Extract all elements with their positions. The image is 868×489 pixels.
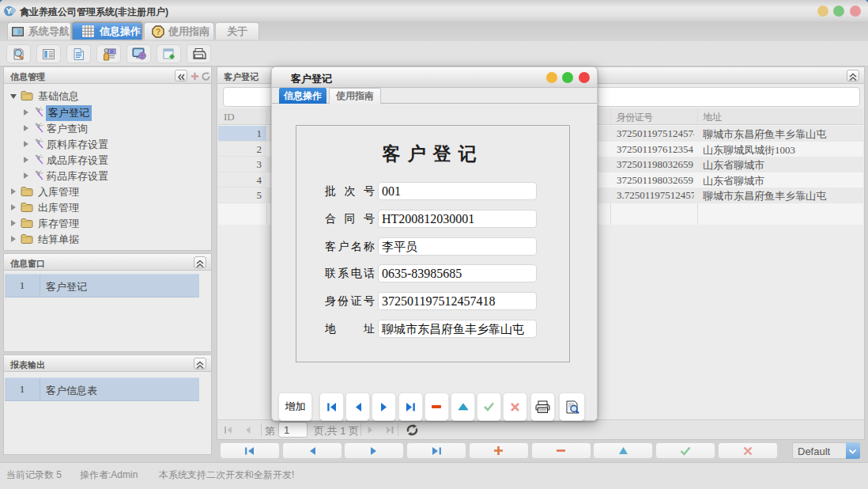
svg-text:?: ? [156,27,161,36]
